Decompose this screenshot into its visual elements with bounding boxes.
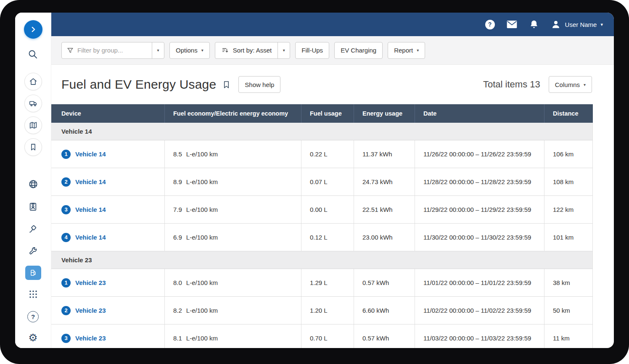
table-row[interactable]: 2 Vehicle 14 8.9 L-e/100 km 0.07 L 24.73… [51,168,593,196]
device-link[interactable]: Vehicle 23 [75,307,106,314]
economy-value: 8.9 [173,178,182,185]
group-row: Vehicle 23 [51,251,593,269]
page-header-right: Total items 13 Columns ▾ [483,76,592,93]
column-header-distance: Distance [544,104,593,123]
topbar-help-button[interactable]: ? [485,20,495,29]
group-filter-input[interactable] [77,47,147,54]
sidebar-item-reports[interactable] [28,201,38,212]
bell-icon [529,19,539,29]
sort-button[interactable]: Sort by: Asset [215,42,278,59]
vehicle-icon [29,99,38,108]
economy-unit: L-e/100 km [186,307,218,314]
table-row[interactable]: 4 Vehicle 14 6.9 L-e/100 km 0.12 L 23.00… [51,224,593,251]
columns-button[interactable]: Columns ▾ [549,76,592,93]
row-index-badge: 4 [61,233,71,242]
table-row[interactable]: 2 Vehicle 23 8.2 L-e/100 km 1.20 L 6.60 … [51,297,593,324]
energy-usage-cell: 24.73 kWh [354,168,415,195]
bookmark-page-button[interactable] [222,80,231,89]
user-avatar-icon [550,19,561,30]
table-row[interactable]: 3 Vehicle 23 8.1 L-e/100 km 0.70 L 0.57 … [51,324,593,348]
columns-label: Columns [555,81,580,88]
economy-cell: 8.0 L-e/100 km [165,269,301,296]
topbar: ? User Name ▾ [51,13,614,36]
device-cell: 3 Vehicle 14 [51,196,165,223]
sidebar-item-search[interactable] [27,49,39,60]
table-row[interactable]: 1 Vehicle 23 8.0 L-e/100 km 1.29 L 0.57 … [51,269,593,297]
row-index-badge: 3 [61,205,71,214]
sidebar-item-map[interactable] [24,116,42,134]
fuel-usage-cell: 1.29 L [301,269,354,296]
ev-charging-label: EV Charging [341,47,376,54]
sidebar-item-bookmarks[interactable] [24,138,42,156]
group-name: Vehicle 14 [61,128,92,135]
date-cell: 11/30/22 00:00:00 – 11/30/22 23:59:59 [415,224,544,251]
device-cell: 3 Vehicle 23 [51,324,165,348]
group-filter-box [61,42,152,59]
report-button[interactable]: Report ▾ [388,42,425,59]
row-index-badge: 1 [61,150,71,159]
sidebar-item-maintenance[interactable] [28,246,38,256]
apps-grid-icon [28,289,38,299]
fuel-usage-cell: 1.20 L [301,297,354,324]
fuel-usage-cell: 0.22 L [301,140,354,168]
device-link[interactable]: Vehicle 14 [75,178,106,185]
total-items: Total items 13 [483,79,540,90]
distance-cell: 101 km [544,224,593,251]
sidebar-item-help[interactable]: ? [27,311,39,322]
chevron-down-icon: ▾ [157,48,159,53]
total-items-count: 13 [530,79,540,90]
economy-unit: L-e/100 km [186,178,218,185]
table-row[interactable]: 3 Vehicle 14 7.9 L-e/100 km 0.00 L 22.51… [51,196,593,224]
user-menu[interactable]: User Name ▾ [550,19,603,30]
sidebar-item-settings[interactable]: ⚙ [28,332,37,344]
show-help-button[interactable]: Show help [238,76,280,93]
report-table: Device Fuel economy/Electric energy econ… [51,104,593,348]
sort-dropdown[interactable]: ▾ [278,42,290,59]
distance-cell: 122 km [544,196,593,223]
distance-cell: 38 km [544,269,593,296]
distance-cell: 50 km [544,297,593,324]
column-header-fuel-usage: Fuel usage [301,104,354,123]
topbar-notifications-button[interactable] [529,19,539,29]
help-icon: ? [485,20,495,29]
economy-cell: 8.9 L-e/100 km [165,168,301,195]
options-button[interactable]: Options ▾ [169,42,210,59]
date-cell: 11/28/22 00:00:00 – 11/28/22 23:59:59 [415,168,544,195]
date-cell: 11/03/22 00:00:00 – 11/03/22 23:59:59 [415,324,544,348]
options-label: Options [176,47,198,54]
column-header-device: Device [51,104,165,123]
sort-control: Sort by: Asset ▾ [215,42,291,59]
fuel-usage-cell: 0.00 L [301,196,354,223]
sidebar-item-apps[interactable] [28,289,38,299]
device-link[interactable]: Vehicle 23 [75,279,106,286]
topbar-messages-button[interactable] [506,20,518,29]
device-link[interactable]: Vehicle 23 [75,335,106,342]
sidebar-item-vehicles[interactable] [24,95,42,112]
sidebar-item-energy-active[interactable] [25,266,41,280]
page-title: Fuel and EV Energy Usage [61,77,216,92]
sidebar-item-home[interactable] [24,73,42,90]
device-link[interactable]: Vehicle 14 [75,234,106,241]
distance-cell: 11 km [544,324,593,348]
clipboard-user-icon [28,201,38,212]
group-name: Vehicle 23 [61,256,92,264]
chevron-right-icon [29,25,38,34]
search-icon [27,49,39,60]
group-filter-dropdown[interactable]: ▾ [152,42,164,59]
economy-unit: L-e/100 km [186,150,218,158]
date-cell: 11/29/22 00:00:00 – 11/29/22 23:59:59 [415,196,544,223]
table-row[interactable]: 1 Vehicle 14 8.5 L-e/100 km 0.22 L 11.37… [51,140,593,168]
fill-ups-button[interactable]: Fill-Ups [295,42,329,59]
sidebar-item-fuel[interactable] [28,224,38,234]
chevron-down-icon: ▾ [201,48,204,53]
ev-charging-button[interactable]: EV Charging [334,42,383,59]
device-link[interactable]: Vehicle 14 [75,150,106,158]
sidebar-item-zones[interactable] [28,179,39,190]
envelope-icon [506,20,518,29]
filter-funnel-icon [66,47,74,54]
energy-usage-cell: 0.57 kWh [354,324,415,348]
economy-unit: L-e/100 km [186,279,218,286]
device-link[interactable]: Vehicle 14 [75,206,106,213]
sidebar-expand-button[interactable] [24,20,42,39]
device-frame: ? ⚙ ? User Name [0,0,629,364]
